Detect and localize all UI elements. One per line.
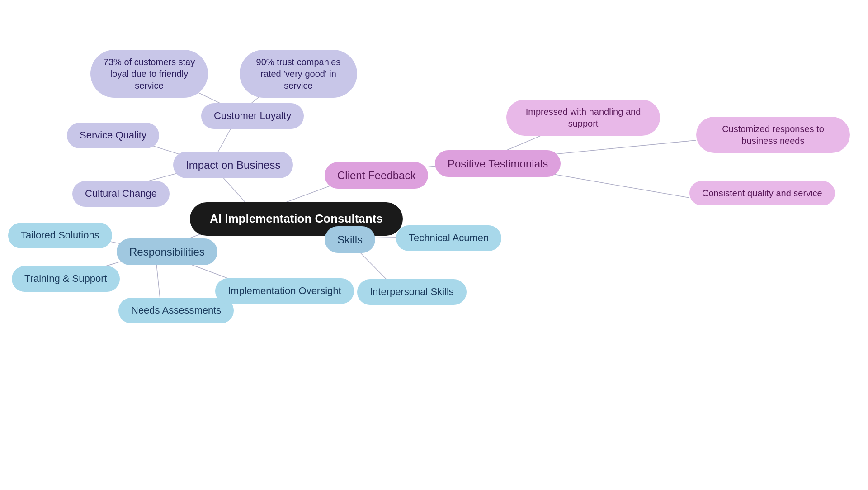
technical-node: Technical Acumen xyxy=(396,225,501,251)
consistent-node: Consistent quality and service xyxy=(689,181,835,205)
service-quality-node: Service Quality xyxy=(67,123,159,148)
cultural-change-node: Cultural Change xyxy=(72,181,170,207)
positive-testimonials-node: Positive Testimonials xyxy=(435,150,561,177)
impact-node: Impact on Business xyxy=(173,152,293,178)
stat-loyal-node: 73% of customers stay loyal due to frien… xyxy=(90,50,208,98)
customized-node: Customized responses to business needs xyxy=(696,117,850,153)
interpersonal-node: Interpersonal Skills xyxy=(357,279,467,305)
training-node: Training & Support xyxy=(12,266,120,292)
implementation-node: Implementation Oversight xyxy=(215,278,354,304)
stat-trust-node: 90% trust companies rated 'very good' in… xyxy=(240,50,357,98)
skills-node: Skills xyxy=(325,226,375,253)
needs-node: Needs Assessments xyxy=(118,298,234,323)
impressed-node: Impressed with handling and support xyxy=(506,100,660,136)
tailored-node: Tailored Solutions xyxy=(8,223,112,248)
responsibilities-node: Responsibilities xyxy=(117,238,217,265)
customer-loyalty-node: Customer Loyalty xyxy=(201,103,304,129)
client-feedback-node: Client Feedback xyxy=(325,162,428,189)
